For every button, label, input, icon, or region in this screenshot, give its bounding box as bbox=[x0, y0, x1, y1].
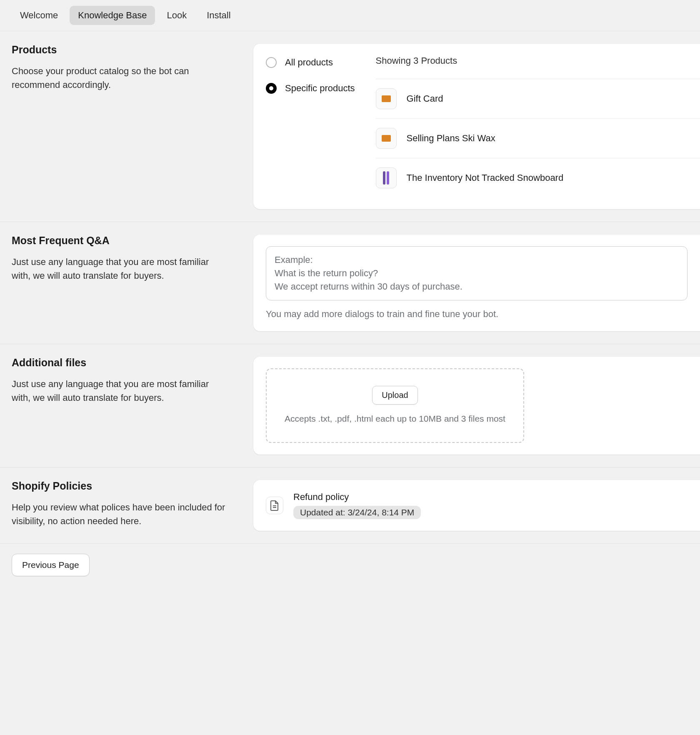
product-name: Gift Card bbox=[407, 93, 443, 104]
tab-look[interactable]: Look bbox=[158, 6, 195, 25]
policies-title: Shopify Policies bbox=[12, 480, 228, 492]
policies-desc: Help you review what polices have been i… bbox=[12, 500, 228, 528]
qa-hint: You may add more dialogs to train and fi… bbox=[266, 309, 700, 320]
products-count: Showing 3 Products bbox=[376, 55, 700, 79]
qa-input[interactable] bbox=[266, 246, 688, 300]
qa-title: Most Frequent Q&A bbox=[12, 235, 228, 247]
radio-icon-selected bbox=[266, 83, 277, 94]
previous-page-button[interactable]: Previous Page bbox=[12, 554, 90, 576]
upload-button[interactable]: Upload bbox=[372, 386, 418, 405]
list-item: The Inventory Not Tracked Snowboard bbox=[376, 158, 700, 198]
product-name: The Inventory Not Tracked Snowboard bbox=[407, 172, 564, 183]
radio-all-products[interactable]: All products bbox=[266, 57, 355, 68]
product-scope-radio-group: All products Specific products bbox=[266, 55, 355, 198]
radio-icon-unselected bbox=[266, 57, 277, 68]
radio-specific-products[interactable]: Specific products bbox=[266, 83, 355, 94]
policy-name: Refund policy bbox=[293, 492, 421, 502]
product-thumb-icon bbox=[376, 88, 397, 109]
tabs-nav: Welcome Knowledge Base Look Install bbox=[0, 0, 700, 31]
policy-updated-badge: Updated at: 3/24/24, 8:14 PM bbox=[293, 506, 421, 519]
tab-welcome[interactable]: Welcome bbox=[12, 6, 66, 25]
radio-specific-label: Specific products bbox=[285, 83, 355, 94]
upload-hint: Accepts .txt, .pdf, .html each up to 10M… bbox=[279, 412, 511, 425]
list-item: Selling Plans Ski Wax bbox=[376, 118, 700, 158]
files-title: Additional files bbox=[12, 357, 228, 369]
product-thumb-icon bbox=[376, 168, 397, 188]
products-desc: Choose your product catalog so the bot c… bbox=[12, 64, 228, 92]
policy-item: Refund policy Updated at: 3/24/24, 8:14 … bbox=[266, 492, 700, 519]
product-name: Selling Plans Ski Wax bbox=[407, 133, 495, 144]
tab-install[interactable]: Install bbox=[198, 6, 239, 25]
tab-knowledge-base[interactable]: Knowledge Base bbox=[70, 6, 155, 25]
document-icon bbox=[266, 497, 283, 514]
files-desc: Just use any language that you are most … bbox=[12, 377, 228, 405]
products-title: Products bbox=[12, 44, 228, 56]
product-thumb-icon bbox=[376, 128, 397, 149]
qa-desc: Just use any language that you are most … bbox=[12, 255, 228, 282]
list-item: Gift Card bbox=[376, 79, 700, 118]
radio-all-label: All products bbox=[285, 57, 333, 68]
upload-dropzone[interactable]: Upload Accepts .txt, .pdf, .html each up… bbox=[266, 368, 524, 443]
